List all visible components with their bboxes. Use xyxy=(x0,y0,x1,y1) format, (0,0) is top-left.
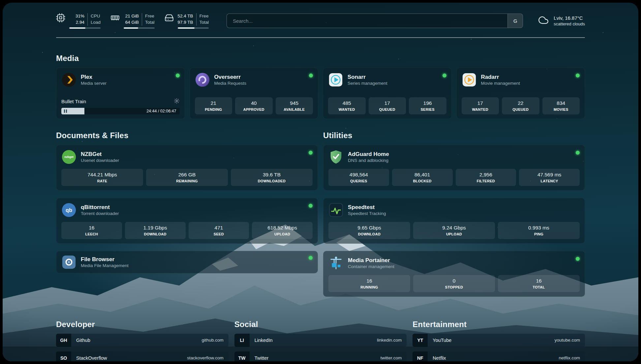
stat-total: 16TOTAL xyxy=(498,275,580,292)
ram-icon xyxy=(110,13,120,24)
stat-remaining: 266 GBREMAINING xyxy=(146,169,228,186)
status-dot xyxy=(176,74,180,77)
stat-ping: 0.993 msPING xyxy=(498,222,580,239)
cpu-load-row: 2.94Load xyxy=(69,19,101,26)
bookmark-url: youtube.com xyxy=(555,338,585,343)
bookmark-group-title: Social xyxy=(234,320,407,329)
status-dot xyxy=(309,204,313,208)
bookmark-twitter[interactable]: TW Twitter twitter.com xyxy=(234,351,407,361)
qbittorrent-icon: qb xyxy=(61,202,76,218)
section-title-media: Media xyxy=(56,54,585,63)
bookmark-name: Twitter xyxy=(250,355,269,361)
section-title-files: Documents & Files xyxy=(56,131,318,140)
disk-total-row: 97.9 TBTotal xyxy=(178,19,209,26)
stat-wanted: 485WANTED xyxy=(328,97,366,114)
app-subtitle: Container management xyxy=(348,264,394,269)
memory-bar xyxy=(124,27,155,29)
stat-series: 196SERIES xyxy=(409,97,446,114)
bookmark-group-title: Entertainment xyxy=(412,320,585,329)
bookmark-abbr: TW xyxy=(234,351,250,361)
section-files: Documents & Files nzbget NZBGet Usenet d… xyxy=(56,131,318,297)
radarr-icon xyxy=(462,72,477,87)
app-card-qbittorrent[interactable]: qb qBittorrent Torrent downloader 16LEEC… xyxy=(56,198,318,244)
dashboard-window: 31%CPU 2.94Load 21 GiBFree 64 GiBTotal xyxy=(3,3,638,361)
bookmark-abbr: GH xyxy=(56,334,71,347)
svg-text:nzbget: nzbget xyxy=(64,155,74,159)
app-card-nzbget[interactable]: nzbget NZBGet Usenet downloader 744.21 M… xyxy=(56,145,318,191)
app-name: Radarr xyxy=(481,74,520,80)
plex-icon xyxy=(61,72,76,87)
cpu-bar xyxy=(69,27,101,29)
nzbget-icon: nzbget xyxy=(61,149,76,165)
app-subtitle: Media Requests xyxy=(214,81,247,86)
app-subtitle: Movie management xyxy=(481,81,520,86)
stat-running: 16RUNNING xyxy=(328,275,410,292)
status-dot xyxy=(443,74,446,77)
bookmark-netflix[interactable]: NF Netflix netflix.com xyxy=(412,351,585,361)
app-name: Plex xyxy=(81,74,107,80)
bookmark-url: github.com xyxy=(202,338,229,343)
app-subtitle: Series management xyxy=(348,81,387,86)
stat-upload: 618.52 MbpsUPLOAD xyxy=(252,222,313,239)
app-name: Speedtest xyxy=(348,204,386,211)
app-card-filebrowser[interactable]: File Browser Media File Management xyxy=(56,251,318,273)
status-dot xyxy=(576,257,580,261)
bookmark-group-title: Developer xyxy=(56,320,229,329)
pause-icon xyxy=(64,109,67,113)
stat-queries: 498,564QUERIES xyxy=(328,169,389,186)
bookmark-abbr: LI xyxy=(234,334,250,347)
playback-time: 24:44 / 02:06:47 xyxy=(146,109,176,113)
bookmark-linkedin[interactable]: LI LinkedIn linkedin.com xyxy=(234,334,407,347)
app-card-speedtest[interactable]: Speedtest Speedtest Tracking 9.65 GbpsDO… xyxy=(323,198,585,244)
bookmark-name: YouTube xyxy=(428,338,451,343)
app-card-sonarr[interactable]: Sonarr Series management 485WANTED 17QUE… xyxy=(323,68,452,119)
search-input[interactable] xyxy=(227,14,507,28)
gear-icon[interactable] xyxy=(174,98,180,105)
stat-queued: 22QUEUED xyxy=(502,97,539,114)
bookmark-stackoverflow[interactable]: SO StackOverflow stackoverflow.com xyxy=(56,351,229,361)
app-card-overseerr[interactable]: Overseerr Media Requests 21PENDING 40APP… xyxy=(190,68,319,119)
stat-movies: 834MOVIES xyxy=(542,97,580,114)
disk-icon xyxy=(165,13,174,24)
bookmark-group-developer: Developer GH Github github.com SO StackO… xyxy=(56,320,229,361)
app-name: Sonarr xyxy=(348,74,387,80)
bookmark-youtube[interactable]: YT YouTube youtube.com xyxy=(412,334,585,347)
filebrowser-icon xyxy=(61,255,76,270)
stat-queued: 17QUEUED xyxy=(369,97,406,114)
bookmark-name: LinkedIn xyxy=(250,338,273,343)
cloud-icon xyxy=(537,15,549,26)
search-provider-button[interactable]: G xyxy=(507,14,523,28)
search-bar: G xyxy=(227,14,523,28)
app-card-radarr[interactable]: Radarr Movie management 17WANTED 22QUEUE… xyxy=(456,68,585,119)
system-stats: 31%CPU 2.94Load 21 GiBFree 64 GiBTotal xyxy=(56,13,209,29)
disk-free-row: 52.4 TBFree xyxy=(178,13,209,19)
bookmark-abbr: NF xyxy=(412,351,428,361)
adguard-icon xyxy=(328,149,344,165)
bookmark-name: Netflix xyxy=(428,355,446,361)
app-name: Media Portainer xyxy=(348,257,394,264)
section-media: Media Plex Media server xyxy=(56,54,585,119)
memory-stat-group: 21 GiBFree 64 GiBTotal xyxy=(110,13,155,29)
stat-download: 9.65 GbpsDOWNLOAD xyxy=(328,222,410,239)
stat-downloaded: 39.6 TBDOWNLOADED xyxy=(231,169,313,186)
cpu-usage-row: 31%CPU xyxy=(69,13,101,19)
app-name: NZBGet xyxy=(81,151,119,158)
svg-text:qb: qb xyxy=(66,207,72,213)
weather-location: Lviv, 16.87°C xyxy=(554,15,585,21)
bookmark-group-entertainment: Entertainment YT YouTube youtube.com NF … xyxy=(412,320,585,361)
stat-rate: 744.21 MbpsRATE xyxy=(61,169,143,186)
bookmark-github[interactable]: GH Github github.com xyxy=(56,334,229,347)
app-name: Overseerr xyxy=(214,74,247,80)
bookmark-group-social: Social LI LinkedIn linkedin.com TW Twitt… xyxy=(234,320,407,361)
stat-blocked: 86,401BLOCKED xyxy=(392,169,453,186)
app-card-adguard[interactable]: AdGuard Home DNS and adblocking 498,564Q… xyxy=(323,145,585,191)
stat-available: 945AVAILABLE xyxy=(276,97,313,114)
weather-widget: Lviv, 16.87°C scattered clouds xyxy=(537,15,585,26)
cpu-stat-group: 31%CPU 2.94Load xyxy=(56,13,101,29)
app-card-plex[interactable]: Plex Media server Bullet Train xyxy=(56,68,185,119)
bookmark-url: twitter.com xyxy=(381,355,407,360)
status-dot xyxy=(309,151,313,155)
app-subtitle: Media server xyxy=(81,81,107,86)
status-dot xyxy=(309,74,313,77)
app-card-portainer[interactable]: Media Portainer Container management 16R… xyxy=(323,251,585,297)
